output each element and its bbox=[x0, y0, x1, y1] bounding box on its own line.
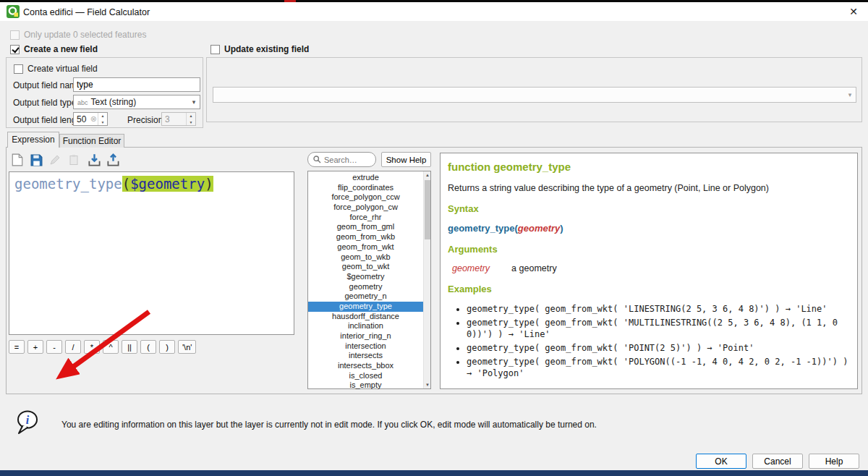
function-list-item[interactable]: geom_from_wkb bbox=[308, 232, 423, 242]
expression-editor[interactable]: geometry_type($geometry) bbox=[9, 171, 294, 335]
search-input[interactable] bbox=[324, 156, 366, 164]
spin-up-icon[interactable]: ▲ bbox=[98, 113, 107, 119]
operator-button[interactable]: ^ bbox=[103, 340, 119, 354]
function-list-item[interactable]: intersects bbox=[308, 351, 423, 361]
example-item: geometry_type( geom_from_wkt( 'POINT(2 5… bbox=[467, 342, 848, 354]
search-icon bbox=[313, 156, 321, 163]
update-existing-field-checkbox[interactable]: Update existing field bbox=[210, 44, 309, 54]
syntax-parameter: geometry bbox=[518, 223, 561, 234]
operator-button[interactable]: '\n' bbox=[178, 340, 196, 354]
output-field-length-value: 50 bbox=[74, 114, 90, 124]
help-button[interactable]: Help bbox=[809, 454, 859, 469]
expression-open-paren: ( bbox=[122, 176, 130, 192]
function-help-panel: function geometry_type Returns a string … bbox=[440, 153, 858, 389]
function-list-item[interactable]: interior_ring_n bbox=[308, 331, 423, 341]
only-update-selected-label: Only update 0 selected features bbox=[24, 30, 146, 40]
function-list-item[interactable]: inclination bbox=[308, 321, 423, 331]
save-icon bbox=[30, 154, 43, 166]
output-field-type-value: Text (string) bbox=[91, 97, 137, 107]
function-list-item[interactable]: force_rhr bbox=[308, 213, 423, 223]
precision-value: 3 bbox=[162, 114, 186, 124]
expression-close-paren: ) bbox=[205, 176, 213, 192]
remove-expression-button-disabled bbox=[65, 151, 82, 169]
examples-list: geometry_type( geom_from_wkt( 'LINESTRIN… bbox=[467, 303, 848, 379]
operator-button[interactable]: * bbox=[84, 340, 100, 354]
checkbox-box[interactable] bbox=[10, 45, 20, 54]
expression-variable-token: $geometry bbox=[130, 176, 205, 192]
function-list-item[interactable]: hausdorff_distance bbox=[308, 312, 423, 322]
operator-button[interactable]: + bbox=[27, 340, 43, 354]
checkbox-box[interactable] bbox=[10, 30, 20, 40]
cancel-button[interactable]: Cancel bbox=[752, 454, 803, 469]
save-expression-button[interactable] bbox=[27, 151, 45, 169]
show-help-button[interactable]: Show Help bbox=[381, 152, 431, 167]
operator-button[interactable]: ) bbox=[159, 340, 175, 354]
edit-mode-notice: You are editing information on this laye… bbox=[61, 420, 684, 430]
export-arrow-icon bbox=[106, 153, 120, 167]
function-list-item[interactable]: geom_to_wkb bbox=[308, 252, 423, 263]
new-file-icon bbox=[12, 153, 23, 166]
function-list-item[interactable]: $geometry bbox=[308, 272, 423, 282]
function-list-item[interactable]: intersects_bbox bbox=[308, 361, 423, 371]
create-new-field-label: Create a new field bbox=[24, 44, 98, 54]
new-field-group: Create virtual field Output field name O… bbox=[6, 57, 203, 128]
function-list-item[interactable]: extrude bbox=[308, 173, 423, 183]
output-field-type-combobox[interactable]: abcText (string) ▾ bbox=[73, 95, 200, 109]
ok-button[interactable]: OK bbox=[696, 454, 746, 469]
import-expressions-button[interactable] bbox=[85, 151, 103, 169]
update-existing-field-label: Update existing field bbox=[224, 44, 309, 54]
edit-expression-button-disabled bbox=[46, 151, 64, 169]
tab-expression[interactable]: Expression bbox=[7, 132, 59, 148]
window-titlebar: Conta edifici — Field Calculator ✕ bbox=[0, 2, 868, 21]
function-search-box[interactable] bbox=[307, 152, 376, 167]
create-virtual-field-label: Create virtual field bbox=[27, 64, 98, 74]
operator-button[interactable]: ( bbox=[140, 340, 156, 354]
scroll-up-icon[interactable]: ▲ bbox=[424, 171, 431, 179]
operator-button[interactable]: - bbox=[46, 340, 62, 354]
function-list-item[interactable]: force_polygon_cw bbox=[308, 203, 423, 213]
function-list-items: extrudeflip_coordinatesforce_polygon_ccw… bbox=[308, 173, 423, 391]
function-list-item[interactable]: geom_from_wkt bbox=[308, 242, 423, 252]
export-expressions-button[interactable] bbox=[104, 151, 122, 169]
function-list-item[interactable]: geometry bbox=[308, 282, 423, 292]
tab-function-editor[interactable]: Function Editor bbox=[59, 134, 124, 148]
create-virtual-field-checkbox[interactable]: Create virtual field bbox=[14, 64, 98, 74]
function-list-item[interactable]: flip_coordinates bbox=[308, 183, 423, 193]
operator-button[interactable]: / bbox=[65, 340, 81, 354]
function-list-item[interactable]: geometry_n bbox=[308, 292, 423, 302]
checkbox-box[interactable] bbox=[210, 45, 220, 54]
function-list-item[interactable]: is_closed bbox=[308, 371, 423, 381]
expression-function-token: geometry_type bbox=[14, 176, 122, 192]
close-button[interactable]: ✕ bbox=[845, 4, 862, 20]
argument-description: a geometry bbox=[511, 263, 557, 273]
spin-down-icon[interactable]: ▼ bbox=[98, 119, 107, 126]
operator-button[interactable]: || bbox=[122, 340, 137, 354]
example-item: geometry_type( geom_from_wkt( 'POLYGON((… bbox=[467, 356, 848, 379]
output-field-name-input[interactable] bbox=[73, 77, 200, 92]
import-arrow-icon bbox=[88, 153, 101, 167]
scroll-down-icon[interactable]: ▼ bbox=[424, 381, 431, 388]
syntax-line: geometry_type(geometry) bbox=[448, 223, 848, 234]
scrollbar-thumb[interactable] bbox=[425, 180, 430, 239]
syntax-heading: Syntax bbox=[448, 203, 848, 214]
function-list-scrollbar[interactable]: ▲ ▼ bbox=[423, 171, 430, 388]
function-list-item[interactable]: intersection bbox=[308, 341, 423, 352]
create-new-field-checkbox[interactable]: Create a new field bbox=[10, 44, 98, 54]
new-expression-button[interactable] bbox=[9, 151, 26, 169]
pencil-icon bbox=[49, 154, 61, 166]
function-list-item[interactable]: is_empty bbox=[308, 381, 423, 391]
function-list-item[interactable]: geometry_type bbox=[308, 302, 423, 312]
clear-icon[interactable]: ⊗ bbox=[90, 115, 97, 123]
spin-down-icon: ▼ bbox=[187, 119, 195, 126]
output-field-length-spinner[interactable]: 50 ⊗ ▲▼ bbox=[73, 112, 108, 126]
checkbox-box[interactable] bbox=[14, 64, 23, 74]
chevron-down-icon[interactable]: ▾ bbox=[188, 98, 200, 106]
help-description: Returns a string value describing the ty… bbox=[448, 183, 848, 193]
only-update-selected-checkbox[interactable]: Only update 0 selected features bbox=[10, 30, 146, 40]
update-existing-group: ▾ bbox=[206, 57, 862, 122]
operator-button[interactable]: = bbox=[9, 340, 25, 354]
syntax-function-name: geometry_type bbox=[448, 223, 514, 234]
function-list-item[interactable]: geom_to_wkt bbox=[308, 262, 423, 272]
function-list-item[interactable]: force_polygon_ccw bbox=[308, 192, 423, 203]
function-list-item[interactable]: geom_from_gml bbox=[308, 222, 423, 232]
